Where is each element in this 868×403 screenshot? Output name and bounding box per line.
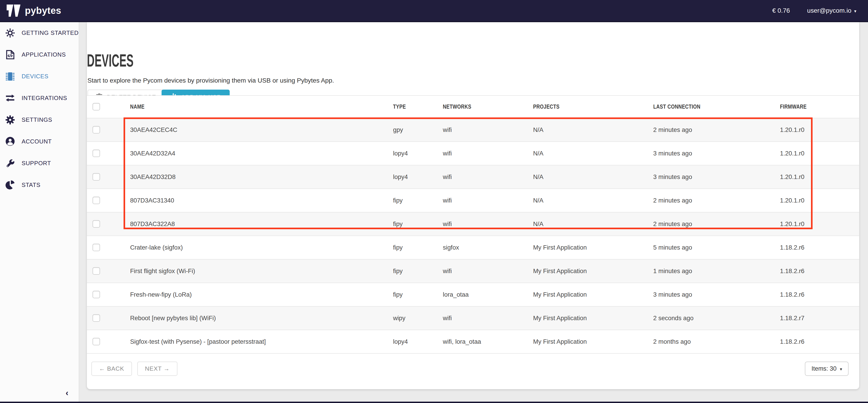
column-header-networks[interactable]: NETWORKS <box>443 103 517 110</box>
column-header-type[interactable]: TYPE <box>393 103 434 110</box>
device-projects: My First Application <box>533 291 653 298</box>
device-projects: My First Application <box>533 244 653 251</box>
pybytes-devices-page: pybytes € 0.76 user@pycom.io ▾ <box>0 0 868 403</box>
device-name[interactable]: 30AEA42D32A4 <box>130 150 393 157</box>
devices-table: NAME TYPE NETWORKS PROJECTS LAST CONNECT… <box>87 95 859 354</box>
sidebar-item-getting-started[interactable]: GETTING STARTED <box>0 22 79 44</box>
device-networks: sigfox <box>443 244 533 251</box>
chip-icon <box>5 72 15 81</box>
device-last-connection: 2 minutes ago <box>653 126 780 133</box>
device-firmware: 1.20.1.r0 <box>780 220 859 228</box>
row-checkbox[interactable] <box>93 126 100 133</box>
table-row[interactable]: 807D3AC31340 fipy wifi N/A 2 minutes ago… <box>87 189 859 213</box>
table-row[interactable]: Crater-lake (sigfox) fipy sigfox My Firs… <box>87 236 859 259</box>
page-title: DEVICES <box>87 52 133 69</box>
device-name[interactable]: Sigfox-test (with Pysense) - [pastoor pe… <box>130 338 393 345</box>
items-per-page-dropdown[interactable]: Items: 30 ▾ <box>805 362 848 376</box>
device-projects: N/A <box>533 220 653 228</box>
sun-icon <box>5 28 15 38</box>
device-networks: lora_otaa <box>443 291 533 298</box>
device-type: fipy <box>393 244 443 251</box>
chevron-down-icon: ▾ <box>840 367 842 372</box>
device-last-connection: 2 seconds ago <box>653 314 780 322</box>
device-last-connection: 3 minutes ago <box>653 150 780 157</box>
device-networks: wifi <box>443 126 533 133</box>
device-projects: My First Application <box>533 338 653 345</box>
device-networks: wifi <box>443 220 533 228</box>
device-networks: wifi <box>443 314 533 322</box>
table-row[interactable]: Sigfox-test (with Pysense) - [pastoor pe… <box>87 330 859 354</box>
table-row[interactable]: Reboot [new pybytes lib] (WiFi) wipy wif… <box>87 307 859 330</box>
sidebar-item-label: SETTINGS <box>22 117 52 123</box>
logo-text: pybytes <box>25 5 61 16</box>
back-button[interactable]: ← BACK <box>91 362 132 376</box>
row-checkbox[interactable] <box>93 338 100 345</box>
sidebar-item-integrations[interactable]: INTEGRATIONS <box>0 87 79 109</box>
device-last-connection: 2 minutes ago <box>653 220 780 228</box>
select-all-checkbox[interactable] <box>93 103 100 111</box>
sidebar-item-label: APPLICATIONS <box>22 51 66 58</box>
pie-chart-icon <box>5 180 15 190</box>
device-type: fipy <box>393 291 443 298</box>
device-firmware: 1.20.1.r0 <box>780 126 859 133</box>
table-header-row: NAME TYPE NETWORKS PROJECTS LAST CONNECT… <box>87 95 859 118</box>
sidebar-item-label: STATS <box>22 182 40 188</box>
device-name[interactable]: 807D3AC31340 <box>130 197 393 204</box>
device-type: wipy <box>393 314 443 322</box>
device-projects: N/A <box>533 126 653 133</box>
sidebar-item-support[interactable]: SUPPORT <box>0 152 79 174</box>
device-type: fipy <box>393 197 443 204</box>
device-firmware: 1.20.1.r0 <box>780 150 859 157</box>
row-checkbox[interactable] <box>93 173 100 181</box>
device-name[interactable]: Crater-lake (sigfox) <box>130 244 393 251</box>
row-checkbox[interactable] <box>93 314 100 322</box>
device-name[interactable]: 807D3AC322A8 <box>130 220 393 228</box>
device-last-connection: 1 minutes ago <box>653 268 780 275</box>
device-name[interactable]: 30AEA42CEC4C <box>130 126 393 133</box>
sidebar: GETTING STARTED APPLICATIONS <box>0 22 79 402</box>
device-projects: My First Application <box>533 314 653 322</box>
device-type: fipy <box>393 268 443 275</box>
pybytes-logo-icon <box>6 4 21 17</box>
window-bottom-edge <box>0 402 868 403</box>
next-button[interactable]: NEXT → <box>137 362 177 376</box>
device-name[interactable]: 30AEA42D32D8 <box>130 173 393 181</box>
sidebar-item-stats[interactable]: STATS <box>0 174 79 196</box>
row-checkbox[interactable] <box>93 244 100 251</box>
table-row[interactable]: 30AEA42D32A4 lopy4 wifi N/A 3 minutes ag… <box>87 142 859 165</box>
row-checkbox[interactable] <box>93 267 100 275</box>
sidebar-item-account[interactable]: ACCOUNT <box>0 130 79 152</box>
row-checkbox[interactable] <box>93 150 100 157</box>
table-row[interactable]: Fresh-new-fipy (LoRa) fipy lora_otaa My … <box>87 283 859 307</box>
row-checkbox[interactable] <box>93 220 100 228</box>
column-header-projects[interactable]: PROJECTS <box>533 103 631 110</box>
device-last-connection: 3 minutes ago <box>653 291 780 298</box>
wrench-icon <box>5 158 15 168</box>
sidebar-item-applications[interactable]: APPLICATIONS <box>0 44 79 66</box>
sidebar-item-settings[interactable]: SETTINGS <box>0 109 79 130</box>
row-checkbox[interactable] <box>93 291 100 298</box>
device-type: lopy4 <box>393 173 443 181</box>
person-icon <box>5 137 15 146</box>
device-firmware: 1.18.2.r7 <box>780 314 859 322</box>
device-name[interactable]: Fresh-new-fipy (LoRa) <box>130 291 393 298</box>
pybytes-logo[interactable]: pybytes <box>6 4 61 17</box>
column-header-last-connection[interactable]: LAST CONNECTION <box>653 103 757 110</box>
device-firmware: 1.18.2.r6 <box>780 268 859 275</box>
device-name[interactable]: First flight sigfox (Wi-Fi) <box>130 268 393 275</box>
table-row[interactable]: 30AEA42CEC4C gpy wifi N/A 2 minutes ago … <box>87 118 859 142</box>
items-per-page-label: Items: 30 <box>811 365 837 372</box>
device-type: fipy <box>393 220 443 228</box>
row-checkbox[interactable] <box>93 197 100 204</box>
column-header-firmware[interactable]: FIRMWARE <box>780 103 845 110</box>
column-header-name[interactable]: NAME <box>130 103 346 110</box>
table-row[interactable]: 807D3AC322A8 fipy wifi N/A 2 minutes ago… <box>87 213 859 236</box>
user-menu[interactable]: user@pycom.io ▾ <box>807 7 857 14</box>
sidebar-collapse-button[interactable]: ‹ <box>62 388 72 398</box>
sidebar-item-devices[interactable]: DEVICES <box>0 66 79 87</box>
device-name[interactable]: Reboot [new pybytes lib] (WiFi) <box>130 314 393 322</box>
device-type: lopy4 <box>393 150 443 157</box>
table-row[interactable]: First flight sigfox (Wi-Fi) fipy wifi My… <box>87 259 859 283</box>
devices-content-card: DEVICES Start to explore the Pycom devic… <box>87 22 859 389</box>
table-row[interactable]: 30AEA42D32D8 lopy4 wifi N/A 3 minutes ag… <box>87 165 859 189</box>
